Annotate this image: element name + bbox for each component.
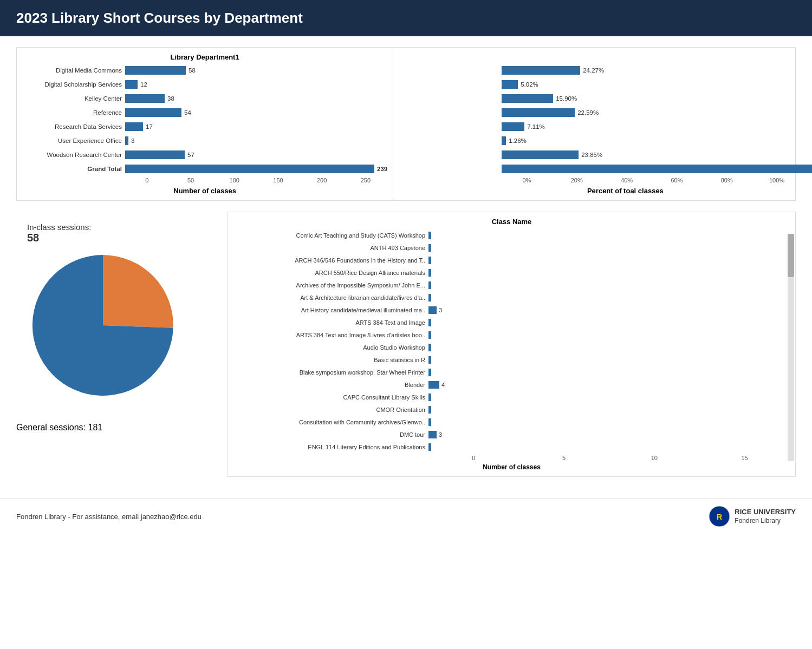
- class-bar-track: [428, 443, 790, 451]
- bar-fill: [125, 80, 138, 89]
- pct-bar-fill: [502, 80, 518, 89]
- class-bar-fill: [428, 257, 431, 264]
- class-bar-label: ARCH 346/546 Foundations in the History …: [233, 257, 428, 264]
- class-bar-label: Blake symposium workshop: Star Wheel Pri…: [233, 369, 428, 376]
- class-bar-row: Consultation with Community archives/Gle…: [233, 417, 790, 428]
- class-bar-track: [428, 418, 790, 426]
- pct-bar-value: 23.85%: [581, 152, 602, 158]
- bar-row: Research Data Services 17: [22, 121, 387, 133]
- left-axis: 050100150200250: [125, 177, 387, 183]
- pct-bar-row: 15.90%: [399, 93, 812, 104]
- pct-axis-tick: 120%: [802, 177, 812, 183]
- class-bar-track: [428, 244, 790, 252]
- class-bar-value: 3: [439, 307, 442, 313]
- left-chart-title: Library Department1: [22, 53, 387, 61]
- pct-bar-label: [399, 109, 502, 116]
- bar-label: Kelley Center: [22, 95, 125, 102]
- pct-bar-row: 7.11%: [399, 121, 812, 133]
- bar-value: 3: [131, 137, 134, 144]
- bar-track: 58: [125, 66, 387, 75]
- pct-bar-fill: [502, 66, 580, 75]
- class-bar-row: ARTS 384 Text and Image /Livres d'artist…: [233, 330, 790, 340]
- bar-fill: [125, 150, 185, 159]
- bar-value: 58: [189, 67, 196, 74]
- bar-row: User Experience Office 3: [22, 135, 387, 147]
- class-bar-row: ENGL 114 Literary Editions and Publicati…: [233, 442, 790, 453]
- class-bar-track: 3: [428, 431, 790, 438]
- right-bar-chart: 24.27% 5.02% 15.90% 22.59%: [393, 48, 812, 200]
- class-bar-row: Blender 4: [233, 379, 790, 390]
- pct-bar-fill: [502, 136, 506, 145]
- class-axis-tick: 10: [609, 455, 700, 461]
- pct-bar-row: 1.26%: [399, 135, 812, 147]
- bar-row: Reference 54: [22, 107, 387, 119]
- pct-axis-tick: 60%: [652, 177, 701, 183]
- class-bar-label: Art History candidate/medieval illuminat…: [233, 307, 428, 313]
- class-bar-row: Blake symposium workshop: Star Wheel Pri…: [233, 367, 790, 378]
- pct-bar-row: 23.85%: [399, 149, 812, 161]
- bar-fill: [125, 136, 128, 145]
- class-bar-track: [428, 319, 790, 326]
- pct-bar-row: 24.27%: [399, 64, 812, 76]
- pie-orange-slice: [103, 255, 173, 328]
- class-bar-track: [428, 406, 790, 414]
- rice-university-label: RICE UNIVERSITY: [735, 508, 796, 517]
- bar-track: 54: [125, 108, 387, 117]
- class-bar-row: DMC tour 3: [233, 429, 790, 440]
- grand-total-row: Grand Total 239: [22, 163, 387, 175]
- axis-tick: 250: [344, 177, 388, 183]
- left-bar-chart: Library Department1 Digital Media Common…: [17, 48, 393, 200]
- axis-tick: 100: [212, 177, 256, 183]
- class-bar-rows: Comic Art Teaching and Study (CATS) Work…: [233, 230, 790, 453]
- class-bar-label: ARTS 384 Text and Image: [233, 319, 428, 326]
- pct-axis-tick: 20%: [552, 177, 602, 183]
- general-sessions-label: General sessions: 181: [16, 423, 102, 432]
- axis-tick: 200: [300, 177, 344, 183]
- rice-logo-text: RICE UNIVERSITY Fondren Library: [735, 508, 796, 525]
- class-bar-fill: [428, 443, 431, 451]
- class-bar-row: Art History candidate/medieval illuminat…: [233, 305, 790, 316]
- class-bar-row: Basic statistics in R: [233, 355, 790, 365]
- pct-bar-row: 5.02%: [399, 78, 812, 90]
- axis-tick: 0: [125, 177, 169, 183]
- bar-track: 17: [125, 122, 387, 131]
- bar-label: Woodson Research Center: [22, 152, 125, 158]
- class-bar-track: [428, 369, 790, 376]
- pct-bar-value: 24.27%: [583, 67, 604, 74]
- pct-bar-track: 15.90%: [502, 94, 812, 103]
- class-bar-value: 3: [439, 431, 442, 438]
- bar-fill: [125, 66, 186, 75]
- class-axis-tick: 15: [699, 455, 790, 461]
- pct-bar-track: 1.26%: [502, 136, 812, 145]
- class-bar-fill: [428, 244, 431, 252]
- axis-tick: 50: [169, 177, 213, 183]
- class-bar-track: [428, 257, 790, 264]
- class-bar-fill: [428, 294, 431, 301]
- bar-row: Digital Scholarship Services 12: [22, 78, 387, 90]
- class-bar-label: Blender: [233, 382, 428, 388]
- pct-bar-value: 22.59%: [577, 109, 599, 116]
- class-bar-fill: [428, 319, 431, 326]
- bar-value: 38: [167, 95, 174, 102]
- pct-bar-fill: [502, 150, 579, 159]
- bar-row: Digital Media Commons 58: [22, 64, 387, 76]
- right-axis: 0%20%40%60%80%100%120%: [502, 177, 812, 183]
- class-axis: 051015: [428, 455, 790, 461]
- grand-total-bar-fill: [125, 165, 374, 173]
- grand-total-pct-row: 100.00%: [399, 163, 812, 175]
- scrollbar-track[interactable]: [788, 234, 794, 461]
- bar-label: Research Data Services: [22, 123, 125, 130]
- grand-total-bar-track: 239: [125, 165, 387, 173]
- class-chart-title: Class Name: [233, 218, 790, 226]
- class-bar-fill: [428, 269, 431, 277]
- class-bar-fill: [428, 344, 431, 351]
- in-class-count: 58: [27, 232, 91, 244]
- scrollbar-thumb[interactable]: [788, 234, 794, 277]
- class-bar-fill: [428, 281, 431, 289]
- bar-label: Reference: [22, 109, 125, 116]
- bar-row: Kelley Center 38: [22, 93, 387, 104]
- class-axis-tick: 0: [428, 455, 519, 461]
- pct-bar-value: 1.26%: [509, 137, 527, 144]
- class-bar-track: [428, 232, 790, 239]
- class-bar-row: Art & Architecture librarian candidate/l…: [233, 292, 790, 303]
